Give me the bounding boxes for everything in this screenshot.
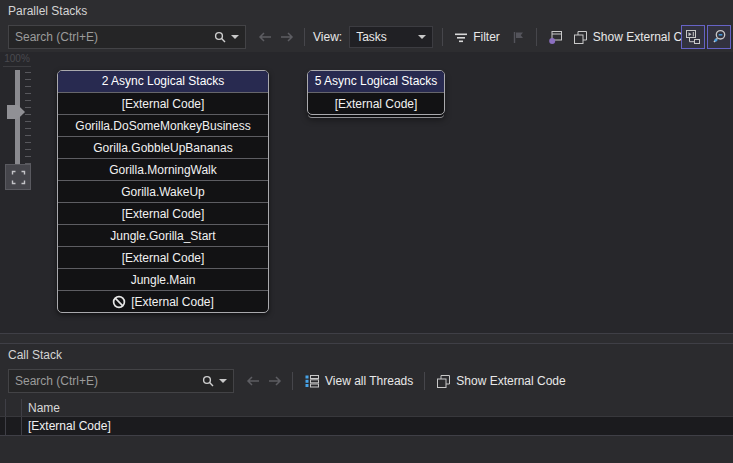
zoom-control-icon bbox=[711, 29, 727, 45]
view-all-threads-button[interactable]: View all Threads bbox=[299, 369, 418, 393]
stack-frame-label: [External Code] bbox=[122, 97, 205, 111]
search-options-caret-icon[interactable] bbox=[231, 35, 239, 39]
zoom-to-fit-icon bbox=[11, 170, 26, 185]
parallel-stacks-title: Parallel Stacks bbox=[0, 0, 733, 22]
toolbar-separator bbox=[442, 28, 443, 46]
zoom-slider-thumb[interactable] bbox=[7, 105, 25, 119]
stack-frame[interactable]: [External Code] bbox=[58, 247, 268, 269]
stack-frame-label: [External Code] bbox=[131, 295, 214, 309]
view-all-threads-icon bbox=[304, 374, 320, 388]
zoom-level-label: 100% bbox=[3, 53, 31, 67]
stack-frame-label: Gorilla.WakeUp bbox=[121, 185, 205, 199]
debugger-window: Parallel Stacks bbox=[0, 0, 733, 463]
navigate-back-button[interactable] bbox=[242, 369, 264, 393]
search-input[interactable] bbox=[9, 30, 214, 44]
call-stack-table-header: Name bbox=[0, 399, 733, 417]
autoscroll-to-current-frame-button[interactable] bbox=[681, 25, 705, 49]
toolbar-separator bbox=[424, 372, 425, 390]
navigate-back-button[interactable] bbox=[254, 25, 276, 49]
toolbar-separator bbox=[304, 28, 305, 46]
toolbar-separator bbox=[536, 28, 537, 46]
stack-frame[interactable]: Gorilla.WakeUp bbox=[58, 181, 268, 203]
call-stack-title: Call Stack bbox=[0, 344, 733, 366]
show-only-flagged-button[interactable] bbox=[507, 25, 530, 49]
arrow-right-icon bbox=[267, 375, 283, 387]
zoom-to-fit-button[interactable] bbox=[5, 164, 31, 190]
column-header-name[interactable]: Name bbox=[22, 401, 60, 415]
no-entry-icon bbox=[112, 295, 126, 309]
breakpoint-gutter bbox=[5, 399, 22, 416]
arrow-left-icon bbox=[245, 375, 261, 387]
stack-box-2-async: 2 Async Logical Stacks [External Code]Go… bbox=[57, 70, 269, 313]
breakpoint-gutter bbox=[5, 417, 22, 435]
search-icon[interactable] bbox=[202, 375, 214, 387]
autoscroll-icon bbox=[685, 29, 701, 45]
parallel-stacks-canvas: 100% 2 Async Logical Stacks [External Co… bbox=[0, 52, 733, 333]
view-label: View: bbox=[313, 30, 342, 44]
stack-frames: [External Code]Gorilla.DoSomeMonkeyBusin… bbox=[58, 93, 268, 312]
toggle-zoom-control-button[interactable] bbox=[707, 25, 731, 49]
show-external-code-label: Show External Code bbox=[456, 374, 565, 388]
parallel-stacks-toolbar: View: Tasks Filter bbox=[0, 22, 733, 52]
show-external-code-icon bbox=[573, 30, 588, 45]
stack-frame-label: Jungle.Gorilla_Start bbox=[110, 229, 215, 243]
flag-icon bbox=[512, 31, 525, 44]
stack-frame[interactable]: [External Code] bbox=[308, 93, 444, 114]
show-external-code-icon bbox=[436, 374, 451, 389]
call-stack-row-name: [External Code] bbox=[22, 419, 111, 433]
view-dropdown-value: Tasks bbox=[356, 30, 387, 44]
show-method-view-button[interactable] bbox=[543, 25, 568, 49]
call-stack-panel: Call Stack bbox=[0, 343, 733, 463]
navigate-forward-button[interactable] bbox=[264, 369, 286, 393]
stack-frame-label: [External Code] bbox=[335, 97, 418, 111]
stack-frame[interactable]: [External Code] bbox=[58, 203, 268, 225]
search-options-caret-icon[interactable] bbox=[219, 379, 227, 383]
call-stack-toolbar: View all Threads Show External Code bbox=[0, 366, 733, 396]
call-stack-row[interactable]: [External Code] bbox=[0, 417, 733, 436]
stack-frame-label: [External Code] bbox=[122, 207, 205, 221]
stack-frame[interactable]: [External Code] bbox=[58, 93, 268, 115]
arrow-right-icon bbox=[279, 31, 295, 43]
panel-splitter[interactable] bbox=[0, 334, 733, 343]
stack-frame-label: Gorilla.GobbleUpBananas bbox=[93, 141, 232, 155]
stack-frame-label: Gorilla.MorningWalk bbox=[109, 163, 217, 177]
navigate-forward-button[interactable] bbox=[276, 25, 298, 49]
stack-frame-label: Gorilla.DoSomeMonkeyBusiness bbox=[75, 119, 250, 133]
stack-frame[interactable]: Gorilla.GobbleUpBananas bbox=[58, 137, 268, 159]
filter-label: Filter bbox=[473, 30, 500, 44]
search-box bbox=[8, 369, 234, 393]
toolbar-right-group bbox=[679, 25, 731, 49]
stack-frame[interactable]: Jungle.Main bbox=[58, 269, 268, 291]
dropdown-caret-icon bbox=[418, 35, 426, 39]
stack-frame-label: [External Code] bbox=[122, 251, 205, 265]
search-box bbox=[8, 25, 246, 49]
stack-frame[interactable]: Jungle.Gorilla_Start bbox=[58, 225, 268, 247]
stack-box-5-async: 5 Async Logical Stacks [External Code] bbox=[307, 70, 445, 115]
stack-frame[interactable]: [External Code] bbox=[58, 291, 268, 312]
stack-frame[interactable]: Gorilla.MorningWalk bbox=[58, 159, 268, 181]
stack-frame[interactable]: Gorilla.DoSomeMonkeyBusiness bbox=[58, 115, 268, 137]
toolbar-separator bbox=[292, 372, 293, 390]
zoom-slider-ticks bbox=[25, 72, 31, 164]
stack-box-header[interactable]: 5 Async Logical Stacks bbox=[308, 71, 444, 93]
show-external-code-button[interactable]: Show External Code bbox=[431, 369, 570, 393]
search-icon[interactable] bbox=[214, 31, 226, 43]
stack-box-header[interactable]: 2 Async Logical Stacks bbox=[58, 71, 268, 93]
arrow-left-icon bbox=[257, 31, 273, 43]
method-view-icon bbox=[548, 30, 563, 45]
parallel-stacks-panel: Parallel Stacks bbox=[0, 0, 733, 334]
filter-icon bbox=[454, 31, 468, 44]
view-dropdown[interactable]: Tasks bbox=[349, 26, 433, 48]
stack-frames: [External Code] bbox=[308, 93, 444, 114]
stack-frame-label: Jungle.Main bbox=[131, 273, 196, 287]
call-stack-search-input[interactable] bbox=[9, 374, 202, 388]
view-all-threads-label: View all Threads bbox=[325, 374, 413, 388]
filter-button[interactable]: Filter bbox=[449, 25, 505, 49]
